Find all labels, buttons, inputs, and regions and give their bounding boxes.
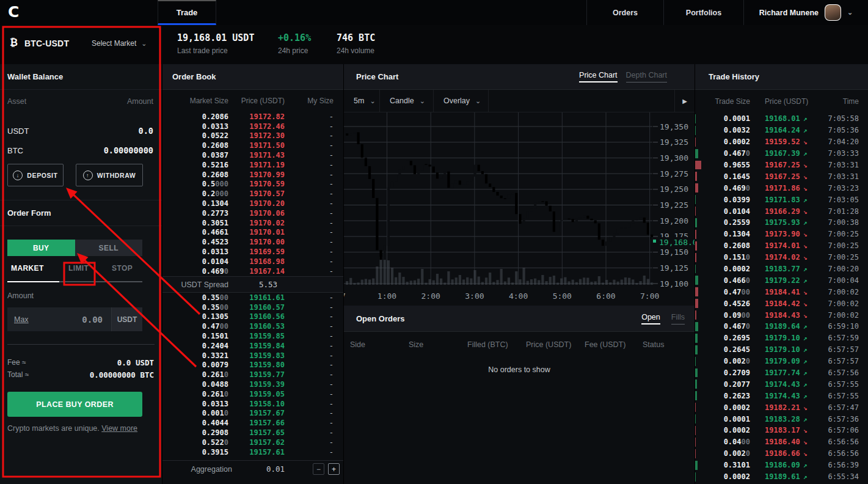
- trade-price: 19182.21↘: [750, 403, 819, 412]
- my-size: -: [285, 361, 343, 369]
- order-book-ask-row[interactable]: 0.031319172.46-: [162, 122, 343, 131]
- price: 19157.61: [228, 448, 285, 457]
- trade-history-row: 0.269519179.10↗6:57:59: [695, 332, 868, 344]
- deposit-button[interactable]: ↓ DEPOSIT: [7, 164, 64, 186]
- tab-limit[interactable]: LIMIT: [68, 264, 89, 273]
- order-book-bid-row[interactable]: 0.350019160.57-: [162, 302, 343, 312]
- amount-input[interactable]: Max 0.00 USDT: [7, 307, 142, 331]
- order-book-bid-row[interactable]: 0.130519160.56-: [162, 312, 343, 322]
- market-size: 0.3321: [162, 351, 228, 360]
- tab-trade[interactable]: Trade: [158, 0, 216, 25]
- user-name: Richard Munene: [759, 9, 819, 17]
- trade-history-row: 0.002019179.09↗6:57:57: [695, 356, 868, 367]
- order-book-ask-row[interactable]: 0.208619172.82-: [162, 112, 343, 122]
- nav-portfolios[interactable]: Portfolios: [663, 0, 743, 25]
- candlestick-chart: 19,35019,32519,30019,27519,25019,22519,2…: [344, 112, 695, 303]
- btc-icon: ₿: [10, 37, 18, 48]
- trade-time: 6:59:10: [819, 322, 868, 331]
- order-book-ask-row[interactable]: 0.500019170.59-: [162, 180, 343, 189]
- max-link[interactable]: Max: [14, 315, 29, 324]
- trade-history-row: 0.000119168.01↗7:05:58: [695, 113, 868, 125]
- up-arrow-icon: ↗: [803, 150, 808, 158]
- x-axis-label: 2:00: [421, 292, 440, 301]
- order-book-ask-row[interactable]: 0.466119170.01-: [162, 228, 343, 238]
- order-book-ask-row[interactable]: 0.260819170.99-: [162, 170, 343, 180]
- user-menu[interactable]: Richard Munene ⌄: [743, 0, 868, 25]
- order-book-bid-row[interactable]: 0.522019157.62-: [162, 438, 343, 447]
- interval-dropdown[interactable]: 5m⌄: [344, 90, 380, 112]
- order-book-bid-row[interactable]: 0.007919159.80-: [162, 361, 343, 370]
- order-book-ask-row[interactable]: 0.452319170.00-: [162, 237, 343, 247]
- sell-tab[interactable]: SELL: [75, 240, 143, 256]
- order-book-ask-row[interactable]: 0.031319169.59-: [162, 247, 343, 257]
- order-book-bid-row[interactable]: 0.332119159.83-: [162, 351, 343, 361]
- aggregation-row: Aggregation 0.01 − +: [162, 460, 343, 477]
- order-book-bid-row[interactable]: 0.048819159.39-: [162, 380, 343, 389]
- candle-dropdown[interactable]: Candle⌄: [380, 90, 434, 112]
- trade-history-row: 0.003219164.24↗7:05:36: [695, 125, 868, 136]
- buy-tab[interactable]: BUY: [7, 240, 75, 256]
- my-size: -: [285, 228, 343, 237]
- order-book-bid-row[interactable]: 0.391519157.61-: [162, 447, 343, 457]
- my-size: -: [285, 322, 343, 331]
- order-book-bid-row[interactable]: 0.290819157.65-: [162, 428, 343, 438]
- order-book-ask-row[interactable]: 0.052219172.30-: [162, 131, 343, 141]
- tab-fills[interactable]: Fills: [671, 313, 685, 324]
- market-size: 0.4661: [162, 228, 228, 237]
- order-book-bid-row[interactable]: 0.001019157.67-: [162, 409, 343, 419]
- down-arrow-icon: ↘: [803, 173, 808, 181]
- order-book-bid-row[interactable]: 0.240419159.84-: [162, 341, 343, 351]
- order-book-bid-row[interactable]: 0.031319158.10-: [162, 399, 343, 409]
- order-book-bid-row[interactable]: 0.350019161.61-: [162, 293, 343, 302]
- order-book-ask-row[interactable]: 0.469019167.14-: [162, 266, 343, 276]
- order-book-bid-row[interactable]: 0.404419157.66-: [162, 418, 343, 428]
- market-size: 0.2608: [162, 141, 228, 150]
- view-more-link[interactable]: View more: [101, 424, 137, 433]
- tab-market[interactable]: MARKET: [11, 264, 44, 273]
- my-size: -: [285, 312, 343, 321]
- asset-column-label: Asset: [7, 97, 26, 106]
- amount-column-label: Amount: [127, 97, 153, 106]
- tab-price-chart[interactable]: Price Chart: [579, 71, 618, 82]
- price: 19167.14: [228, 267, 285, 276]
- tab-open[interactable]: Open: [641, 313, 660, 324]
- market-size: 0.0488: [162, 380, 228, 389]
- overlay-dropdown[interactable]: Overlay⌄: [434, 90, 489, 112]
- trade-price: 19179.10↗: [750, 345, 819, 354]
- order-form-title: Order Form: [0, 200, 162, 226]
- order-book-bid-row[interactable]: 0.261019159.05-: [162, 389, 343, 399]
- order-book-ask-row[interactable]: 0.521619171.19-: [162, 160, 343, 170]
- status-column: Status: [643, 340, 664, 349]
- order-book-ask-row[interactable]: 0.305119170.02-: [162, 218, 343, 228]
- order-book-ask-row[interactable]: 0.130419170.20-: [162, 199, 343, 208]
- trade-size: 0.2559: [695, 218, 750, 227]
- down-arrow-icon: ↘: [803, 288, 808, 296]
- trade-size-bar: [695, 369, 698, 378]
- tab-depth-chart[interactable]: Depth Chart: [626, 71, 667, 82]
- up-arrow-icon: ↗: [803, 323, 808, 331]
- order-book-ask-row[interactable]: 0.277319170.06-: [162, 208, 343, 218]
- coinbase-logo[interactable]: C: [8, 3, 19, 21]
- aggregation-decrease-button[interactable]: −: [313, 463, 324, 475]
- market-size: 0.2404: [162, 342, 228, 350]
- aggregation-increase-button[interactable]: +: [328, 463, 340, 475]
- order-book-ask-row[interactable]: 0.038719171.43-: [162, 150, 343, 160]
- order-book-ask-row[interactable]: 0.260819171.50-: [162, 141, 343, 150]
- order-book-bid-row[interactable]: 0.150119159.85-: [162, 331, 343, 341]
- down-arrow-icon: ↘: [803, 138, 808, 146]
- balance-row-btc: BTC 0.00000000: [7, 142, 153, 158]
- tab-stop[interactable]: STOP: [112, 264, 133, 273]
- order-book-ask-row[interactable]: 0.200019170.57-: [162, 189, 343, 199]
- play-button[interactable]: ▶: [674, 90, 695, 112]
- trade-history-row: 0.040019186.40↘6:56:56: [695, 436, 868, 448]
- order-book-bid-row[interactable]: 0.261019159.77-: [162, 370, 343, 380]
- place-buy-order-button[interactable]: PLACE BUY ORDER: [7, 392, 142, 417]
- order-book-bid-row[interactable]: 0.470019160.53-: [162, 321, 343, 331]
- order-book-ask-row[interactable]: 0.010419168.98-: [162, 257, 343, 266]
- down-arrow-icon: ↘: [803, 404, 808, 412]
- trade-time: 6:57:36: [819, 415, 868, 424]
- withdraw-button[interactable]: ↑ WITHDRAW: [76, 164, 143, 186]
- nav-orders[interactable]: Orders: [586, 0, 663, 25]
- trade-price: 19168.01↗: [750, 114, 819, 123]
- select-market-button[interactable]: Select Market ⌄: [92, 39, 147, 48]
